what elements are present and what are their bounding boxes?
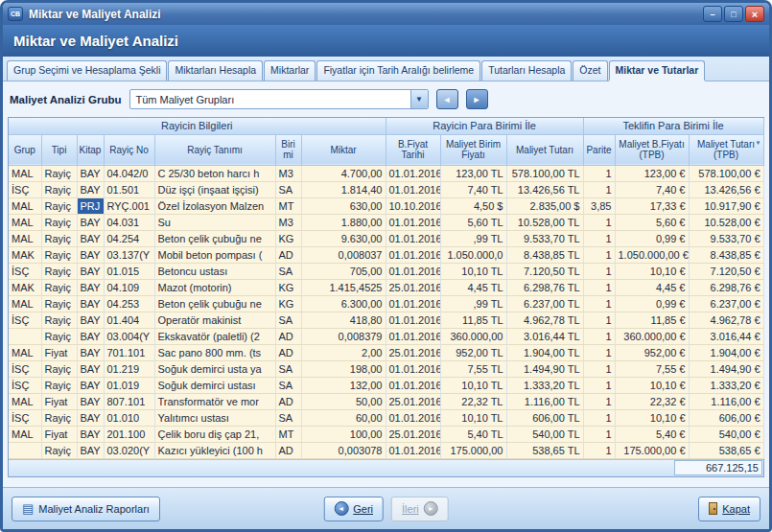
cell[interactable]: 22,32 €	[615, 393, 689, 409]
cell[interactable]: 705,00	[301, 263, 386, 279]
cell[interactable]: 03.137(Y	[104, 246, 154, 263]
cell[interactable]: 01.01.2016	[386, 295, 440, 312]
cell[interactable]: 132,00	[301, 377, 386, 393]
cell[interactable]: 100,00	[301, 426, 386, 442]
tab-4[interactable]: Fiyatlar için Tarih Aralığı belirleme	[316, 60, 480, 81]
cell[interactable]: 03.004(Y	[104, 328, 154, 344]
cell[interactable]: 01.01.2016	[386, 181, 440, 197]
cell[interactable]: Rayiç	[41, 214, 77, 230]
minimize-button[interactable]: –	[703, 6, 722, 22]
cell[interactable]: 0,003078	[301, 442, 386, 458]
cell[interactable]: 4.700,00	[301, 165, 386, 181]
cell[interactable]: BAY	[77, 344, 104, 360]
cell[interactable]: 03.020(Y	[104, 442, 154, 458]
cell[interactable]: 538,65 €	[689, 442, 763, 458]
cell[interactable]: KG	[275, 279, 301, 295]
cell[interactable]: BAY	[77, 181, 104, 197]
column-header[interactable]: Maliyet B.Fiyatı (TPB)	[615, 134, 689, 165]
cell[interactable]: Fiyat	[41, 393, 77, 409]
cell[interactable]: 04.042/0	[104, 165, 154, 181]
cell[interactable]: BAY	[77, 393, 104, 409]
cell[interactable]: Rayiç	[41, 246, 77, 263]
cell[interactable]: 01.01.2016	[386, 246, 440, 263]
cell[interactable]: KG	[275, 230, 301, 246]
cell[interactable]: 5,60 TL	[440, 214, 506, 230]
cell[interactable]: Transformatör ve mor	[154, 393, 275, 409]
cell[interactable]: BAY	[77, 360, 104, 377]
cell[interactable]: 1.880,00	[301, 214, 386, 230]
cell[interactable]: 04.031	[104, 214, 154, 230]
cell[interactable]: Rayiç	[41, 442, 77, 458]
cell[interactable]: MAL	[9, 344, 41, 360]
cell[interactable]: Fiyat	[41, 426, 77, 442]
cell[interactable]	[9, 442, 41, 458]
cell[interactable]: Rayiç	[41, 165, 77, 181]
cell[interactable]: BAY	[77, 214, 104, 230]
cell[interactable]: 1	[583, 426, 615, 442]
cell[interactable]: 7,55 TL	[440, 360, 506, 377]
cell[interactable]: 10,10 €	[615, 409, 689, 426]
back-button[interactable]: ◄ Geri	[323, 497, 384, 521]
cell[interactable]: 538,65 TL	[506, 442, 583, 458]
cell[interactable]: BAY	[77, 409, 104, 426]
cell[interactable]: Yalıtımcı ustası	[154, 409, 275, 426]
cell[interactable]: 4,45 €	[615, 279, 689, 295]
cell[interactable]: AD	[275, 328, 301, 344]
cell[interactable]: Rayiç	[41, 230, 77, 246]
tab-5[interactable]: Tutarları Hesapla	[481, 60, 572, 81]
cell[interactable]: İSÇ	[9, 409, 41, 426]
previous-group-button[interactable]: ◄	[436, 89, 458, 109]
cell[interactable]: BAY	[77, 263, 104, 279]
cell[interactable]: 5,60 €	[615, 214, 689, 230]
cell[interactable]: 25.01.2016	[386, 279, 440, 295]
cell[interactable]: C 25/30 beton harcı h	[154, 165, 275, 181]
cell[interactable]: 1.116,00 €	[689, 393, 763, 409]
cell[interactable]: SA	[275, 312, 301, 328]
cell[interactable]: 9.533,70 €	[689, 230, 763, 246]
cell[interactable]: 3,85	[583, 197, 615, 214]
cell[interactable]: BAY	[77, 295, 104, 312]
cell[interactable]: AD	[275, 344, 301, 360]
cell[interactable]: Soğuk demirci ustası	[154, 377, 275, 393]
cell[interactable]: PRJ	[77, 197, 104, 214]
cell[interactable]: 4.962,78 TL	[506, 312, 583, 328]
cell[interactable]: 198,00	[301, 360, 386, 377]
cell[interactable]: 7,40 TL	[440, 181, 506, 197]
cell[interactable]: 25.01.2016	[386, 344, 440, 360]
cell[interactable]: 7,55 €	[615, 360, 689, 377]
cell[interactable]: 7.120,50 €	[689, 263, 763, 279]
cell[interactable]: 1.050.000,00 €	[615, 246, 689, 263]
cell[interactable]: 04.254	[104, 230, 154, 246]
cell[interactable]: AD	[275, 393, 301, 409]
cell[interactable]: 4,45 TL	[440, 279, 506, 295]
column-header[interactable]: Parite	[583, 134, 615, 165]
cell[interactable]: 578.100,00 €	[689, 165, 763, 181]
cell[interactable]: 17,33 €	[615, 197, 689, 214]
tab-7[interactable]: Miktar ve Tutarlar	[609, 60, 706, 81]
close-button[interactable]: Kapat	[698, 497, 760, 521]
cell[interactable]: 22,32 TL	[440, 393, 506, 409]
cell[interactable]: 7,40 €	[615, 181, 689, 197]
cell[interactable]: İSÇ	[9, 263, 41, 279]
cell[interactable]: 1	[583, 165, 615, 181]
cell[interactable]: 3.016,44 €	[689, 328, 763, 344]
cell[interactable]: 1	[583, 442, 615, 458]
column-header[interactable]: Kitap	[77, 134, 104, 165]
cell[interactable]: 1	[583, 360, 615, 377]
cell[interactable]: 60,00	[301, 409, 386, 426]
cell[interactable]: 11,85 TL	[440, 312, 506, 328]
cell[interactable]: 360.000,00	[440, 328, 506, 344]
cell[interactable]: 1	[583, 409, 615, 426]
cell[interactable]: 1.415,4525	[301, 279, 386, 295]
cell[interactable]: 606,00 TL	[506, 409, 583, 426]
cell[interactable]: 1.904,00 TL	[506, 344, 583, 360]
cell[interactable]: 11,85 €	[615, 312, 689, 328]
cell[interactable]: MAL	[9, 426, 41, 442]
cell[interactable]: SA	[275, 360, 301, 377]
cell[interactable]: 1	[583, 393, 615, 409]
cell[interactable]: SA	[275, 263, 301, 279]
cell[interactable]: 123,00 TL	[440, 165, 506, 181]
cell[interactable]: 10,10 €	[615, 377, 689, 393]
column-header[interactable]: Rayiç No	[104, 134, 154, 165]
cell[interactable]: MAL	[9, 214, 41, 230]
